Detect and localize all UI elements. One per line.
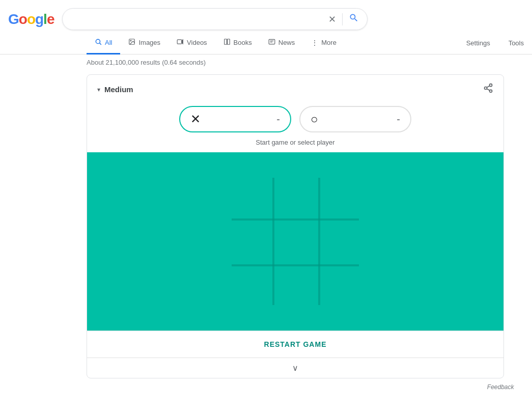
game-board-area[interactable] [87,152,503,331]
svg-line-14 [487,89,490,90]
search-input[interactable]: tic tac toe [71,15,324,24]
nav-tabs: All Images Videos Books News ⋮ More Sett… [0,32,532,54]
tab-all[interactable]: All [87,32,120,54]
more-icon: ⋮ [311,39,318,47]
svg-point-3 [131,40,132,41]
svg-line-1 [100,43,101,45]
svg-rect-6 [224,39,227,45]
search-bar[interactable]: tic tac toe ✕ [62,8,368,30]
all-icon [95,38,102,47]
search-icon[interactable] [349,13,359,25]
svg-point-11 [490,84,492,87]
player-x-symbol: ✕ [190,112,201,126]
game-hint: Start game or select player [87,139,503,152]
player-selector: ✕ - ○ - [87,102,503,139]
tab-all-label: All [105,39,112,46]
svg-rect-7 [227,39,230,45]
collapse-area[interactable]: ∨ [87,358,503,378]
results-count: About 21,100,000 results (0.64 seconds) [87,59,206,66]
player-o-symbol: ○ [311,112,318,126]
player-o-button[interactable]: ○ - [299,106,411,132]
board-hline-1 [232,218,359,221]
svg-point-13 [490,90,492,92]
card-header: ▾ Medium [87,75,503,102]
share-icon[interactable] [483,83,493,96]
svg-point-0 [96,39,100,43]
tools-button[interactable]: Tools [500,34,532,52]
restart-area: RESTART GAME [87,331,503,358]
difficulty-label: Medium [104,85,133,94]
tab-news[interactable]: News [260,32,303,54]
collapse-arrow-icon: ∨ [292,363,298,373]
images-icon [128,38,135,47]
books-icon [223,38,231,47]
board-hline-2 [232,264,359,266]
tab-images-label: Images [138,39,160,46]
settings-button[interactable]: Settings [458,34,498,52]
game-card: ▾ Medium ✕ - ○ - Start game or select pl… [87,74,504,378]
tab-more-label: More [321,39,337,46]
feedback-link[interactable]: Feedback [487,384,514,391]
restart-button[interactable]: RESTART GAME [264,340,327,348]
tab-books[interactable]: Books [215,32,260,54]
tab-books-label: Books [234,39,252,46]
google-logo: Google [8,11,54,28]
header: Google tic tac toe ✕ [0,0,532,30]
news-icon [268,38,275,47]
chevron-down-icon: ▾ [97,86,100,93]
board-grid [227,173,364,310]
tab-images[interactable]: Images [120,32,169,54]
board-vline-2 [318,178,320,305]
svg-rect-4 [177,40,182,44]
tab-more[interactable]: ⋮ More [303,33,345,54]
player-o-score: - [397,114,400,125]
svg-point-12 [485,87,487,90]
game-hint-text: Start game or select player [256,139,334,146]
board-vline-1 [272,178,274,305]
search-divider [342,13,343,25]
videos-icon [177,38,184,47]
tab-videos-label: Videos [187,39,207,46]
tab-news-label: News [278,39,295,46]
player-x-button[interactable]: ✕ - [179,106,291,132]
svg-line-15 [487,86,490,87]
clear-icon[interactable]: ✕ [328,14,336,25]
svg-marker-5 [182,40,183,44]
difficulty-selector[interactable]: ▾ Medium [97,85,133,94]
feedback-area: Feedback [14,378,518,395]
tab-videos[interactable]: Videos [169,32,215,54]
player-x-score: - [276,114,280,125]
nav-right: Settings Tools [458,34,532,52]
search-icons: ✕ [328,13,359,25]
results-info: About 21,100,000 results (0.64 seconds) [0,54,532,70]
